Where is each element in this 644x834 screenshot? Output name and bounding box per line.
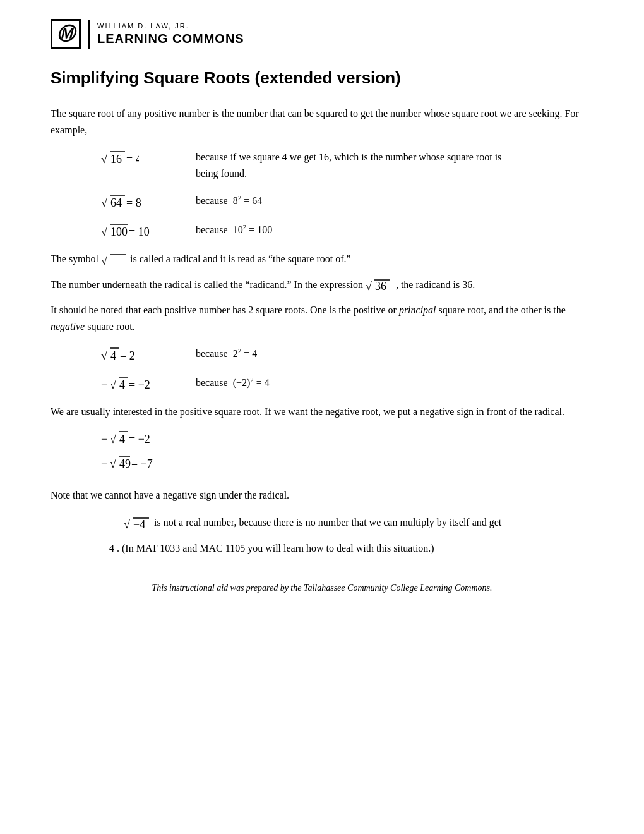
svg-text:−: − <box>101 457 107 470</box>
symbol-before: The symbol <box>51 253 101 264</box>
sqrt-36-inline: √ 36 <box>366 278 393 293</box>
desc-sqrt100: because 102 = 100 <box>196 222 272 238</box>
svg-text:49: 49 <box>119 457 131 470</box>
svg-text:√: √ <box>124 518 130 531</box>
svg-text:64: 64 <box>110 196 122 209</box>
examples-block: √ 16 = 4 because if we square 4 we get 1… <box>101 149 593 239</box>
svg-text:√: √ <box>101 226 107 238</box>
logo-divider <box>88 20 90 49</box>
svg-text:−: − <box>101 433 107 445</box>
expr-sqrt4-pos: √ 4 = 2 <box>101 346 177 363</box>
example-row-1: √ 16 = 4 because if we square 4 we get 1… <box>101 149 593 181</box>
svg-text:= 10: = 10 <box>129 226 150 238</box>
svg-text:4: 4 <box>119 378 125 391</box>
svg-text:36: 36 <box>375 280 386 293</box>
not-real-paragraph: √ −4 is not a real number, because there… <box>101 514 593 531</box>
sqrt-neg4-svg: √ −4 <box>124 516 152 531</box>
svg-text:= 8: = 8 <box>126 196 141 209</box>
svg-text:4: 4 <box>110 349 116 362</box>
logo-icon: Ⓜ <box>51 19 81 49</box>
sqrt-4-pos-svg: √ 4 = 2 <box>101 346 144 363</box>
sqrt-36-svg: √ 36 <box>366 278 393 293</box>
not-real-block: √ −4 is not a real number, because there… <box>101 514 593 556</box>
logo-top-line: WILLIAM D. LAW, JR. <box>97 22 244 30</box>
sqrt-64-svg: √ 64 = 8 <box>101 193 144 210</box>
svg-text:√: √ <box>101 196 107 209</box>
intro-paragraph: The square root of any positive number i… <box>51 106 593 138</box>
neg-sqrt4-row: − √ 4 = −2 because (−2)2 = 4 <box>101 375 593 392</box>
footnote: This instructional aid was prepared by t… <box>51 581 593 595</box>
svg-text:√: √ <box>101 349 107 362</box>
pos-neg-block: √ 4 = 2 because 22 = 4 − √ 4 = −2 becaus… <box>101 346 593 392</box>
svg-text:= −2: = −2 <box>129 378 150 391</box>
sqrt-neg4-inline: √ −4 <box>124 516 152 531</box>
not-real-paragraph-2: − 4 . (In MAT 1033 and MAC 1105 you will… <box>101 540 593 557</box>
neg-examples-block: − √ 4 = −2 − √ 49 = −7 <box>101 429 593 478</box>
expr-sqrt16: √ 16 = 4 <box>101 149 177 167</box>
desc-sqrt4-pos: because 22 = 4 <box>196 346 257 362</box>
symbol-paragraph: The symbol √ is called a radical and it … <box>51 251 593 267</box>
svg-text:−4: −4 <box>133 518 145 531</box>
desc-sqrt16: because if we square 4 we get 16, which … <box>196 149 511 181</box>
svg-text:= 2: = 2 <box>120 349 135 362</box>
svg-text:100: 100 <box>110 226 128 238</box>
radical-symbol: √ <box>101 253 128 268</box>
logo-bottom-line: LEARNING COMMONS <box>97 31 244 46</box>
principal-paragraph: It should be noted that each positive nu… <box>51 302 593 334</box>
desc-sqrt4-neg: because (−2)2 = 4 <box>196 375 270 391</box>
svg-text:√: √ <box>110 433 116 445</box>
svg-text:16: 16 <box>110 153 122 166</box>
pos-sqrt4-row: √ 4 = 2 because 22 = 4 <box>101 346 593 363</box>
svg-text:= 4: = 4 <box>126 153 139 166</box>
note-paragraph: Note that we cannot have a negative sign… <box>51 487 593 504</box>
svg-text:= −2: = −2 <box>129 433 150 445</box>
svg-text:−: − <box>101 378 107 391</box>
page-title: Simplifying Square Roots (extended versi… <box>51 68 593 88</box>
example-row-3: √ 100 = 10 because 102 = 100 <box>101 222 593 239</box>
usually-paragraph: We are usually interested in the positiv… <box>51 404 593 420</box>
empty-radical-svg: √ <box>101 253 128 268</box>
svg-text:√: √ <box>110 457 116 470</box>
svg-text:√: √ <box>110 378 116 391</box>
desc-sqrt64: because 82 = 64 <box>196 193 262 209</box>
neg-sqrt4-line-svg: − √ 4 = −2 <box>101 429 170 447</box>
svg-text:√: √ <box>101 255 107 267</box>
svg-text:= −7: = −7 <box>131 457 153 470</box>
expr-sqrt100: √ 100 = 10 <box>101 222 177 239</box>
sqrt-16-svg: √ 16 = 4 <box>101 149 139 167</box>
symbol-after: is called a radical and it is read as “t… <box>130 253 351 264</box>
sqrt-100-svg: √ 100 = 10 <box>101 222 152 239</box>
svg-text:4: 4 <box>119 433 125 445</box>
neg-sqrt49-line: − √ 49 = −7 <box>101 454 593 478</box>
page-header: Ⓜ WILLIAM D. LAW, JR. LEARNING COMMONS <box>51 19 593 49</box>
logo-text: WILLIAM D. LAW, JR. LEARNING COMMONS <box>97 22 244 45</box>
svg-text:√: √ <box>101 153 107 166</box>
svg-text:√: √ <box>366 280 372 293</box>
neg-sqrt4-line: − √ 4 = −2 <box>101 429 593 454</box>
expr-sqrt4-neg: − √ 4 = −2 <box>101 375 177 392</box>
expr-sqrt64: √ 64 = 8 <box>101 193 177 210</box>
neg-sqrt49-line-svg: − √ 49 = −7 <box>101 454 177 471</box>
radicand-paragraph: The number underneath the radical is cal… <box>51 277 593 293</box>
example-row-2: √ 64 = 8 because 82 = 64 <box>101 193 593 210</box>
neg-sqrt-4-svg: − √ 4 = −2 <box>101 375 152 392</box>
